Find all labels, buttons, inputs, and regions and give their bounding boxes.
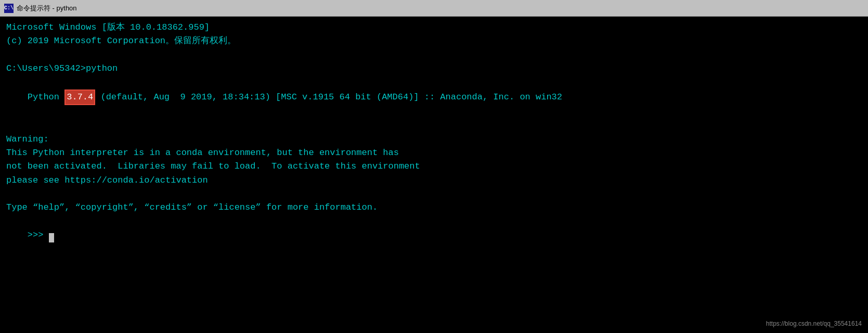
python-version-number: 3.7.4 [64, 89, 95, 105]
watermark-text: https://blog.csdn.net/qq_35541614 [766, 319, 862, 329]
blank-line-1 [6, 48, 862, 62]
windows-version-line: Microsoft Windows [版本 10.0.18362.959] [6, 21, 862, 34]
input-prompt-line[interactable]: >>> [6, 215, 862, 256]
python-version-suffix: (default, Aug 9 2019, 18:34:13) [MSC v.1… [95, 92, 562, 102]
terminal-window[interactable]: Microsoft Windows [版本 10.0.18362.959] (c… [0, 17, 868, 333]
blank-line-3 [6, 187, 862, 201]
prompt-python-line: C:\Users\95342>python [6, 62, 862, 75]
title-bar: C:\ 命令提示符 - python [0, 0, 868, 17]
warning-label-line: Warning: [6, 133, 862, 146]
warning-line-2: not been activated. Libraries may fail t… [6, 160, 862, 173]
cursor [49, 233, 54, 242]
blank-line-2 [6, 119, 862, 132]
copyright-line: (c) 2019 Microsoft Corporation。保留所有权利。 [6, 34, 862, 48]
type-help-line: Type “help”, “copyright”, “credits” or “… [6, 201, 862, 214]
warning-line-3: please see https://conda.io/activation [6, 174, 862, 187]
title-bar-text: 命令提示符 - python [17, 4, 77, 13]
warning-line-1: This Python interpreter is in a conda en… [6, 146, 862, 160]
python-version-prefix: Python [28, 92, 64, 102]
terminal-icon: C:\ [4, 4, 14, 13]
python-version-line: Python 3.7.4 (default, Aug 9 2019, 18:34… [6, 75, 862, 119]
prompt-text: >>> [28, 230, 49, 240]
